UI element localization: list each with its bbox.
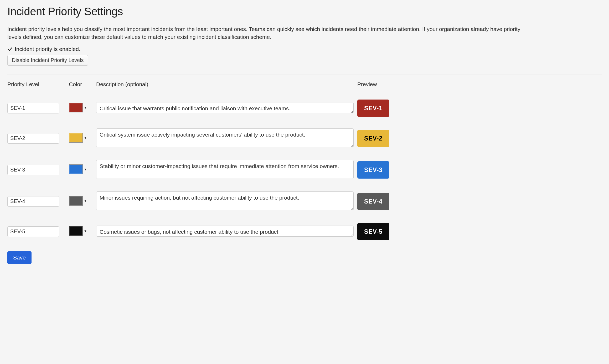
- color-swatch: [69, 196, 83, 206]
- color-swatch: [69, 164, 83, 174]
- priority-description-input[interactable]: [96, 226, 354, 237]
- col-header-preview: Preview: [357, 81, 394, 88]
- chevron-down-icon: ▼: [84, 168, 87, 171]
- color-picker[interactable]: ▼: [69, 103, 87, 112]
- disable-priority-button[interactable]: Disable Incident Priority Levels: [7, 55, 88, 66]
- priority-description-input[interactable]: [96, 102, 354, 113]
- col-header-description: Description (optional): [96, 81, 354, 88]
- save-button[interactable]: Save: [7, 251, 32, 264]
- intro-text: Incident priority levels help you classi…: [7, 25, 533, 41]
- priority-description-input[interactable]: [96, 128, 354, 147]
- color-swatch: [69, 226, 83, 236]
- chevron-down-icon: ▼: [84, 106, 87, 110]
- col-header-name: Priority Level: [7, 81, 65, 88]
- color-picker[interactable]: ▼: [69, 164, 87, 174]
- color-swatch: [69, 133, 83, 143]
- color-picker[interactable]: ▼: [69, 226, 87, 236]
- priority-description-input[interactable]: [96, 191, 354, 210]
- priority-preview-badge: SEV-3: [357, 161, 389, 179]
- priority-preview-badge: SEV-5: [357, 223, 389, 240]
- chevron-down-icon: ▼: [84, 199, 87, 203]
- priority-preview-badge: SEV-1: [357, 100, 389, 117]
- color-picker[interactable]: ▼: [69, 196, 87, 206]
- priority-description-input[interactable]: [96, 160, 354, 179]
- check-icon: [7, 46, 13, 52]
- priority-name-input[interactable]: [7, 103, 59, 113]
- color-swatch: [69, 103, 83, 112]
- priority-name-input[interactable]: [7, 133, 59, 144]
- priority-name-input[interactable]: [7, 165, 59, 175]
- divider: [7, 75, 602, 75]
- priority-name-input[interactable]: [7, 196, 59, 207]
- priority-name-input[interactable]: [7, 226, 59, 237]
- chevron-down-icon: ▼: [84, 229, 87, 233]
- priority-preview-badge: SEV-2: [357, 130, 389, 147]
- col-header-color: Color: [69, 81, 92, 88]
- page-title: Incident Priority Settings: [7, 5, 602, 18]
- priority-table: Priority Level Color Description (option…: [7, 81, 602, 240]
- status-text: Incident priority is enabled.: [15, 46, 80, 52]
- priority-preview-badge: SEV-4: [357, 193, 389, 210]
- chevron-down-icon: ▼: [84, 136, 87, 140]
- color-picker[interactable]: ▼: [69, 133, 87, 143]
- status-row: Incident priority is enabled.: [7, 46, 602, 52]
